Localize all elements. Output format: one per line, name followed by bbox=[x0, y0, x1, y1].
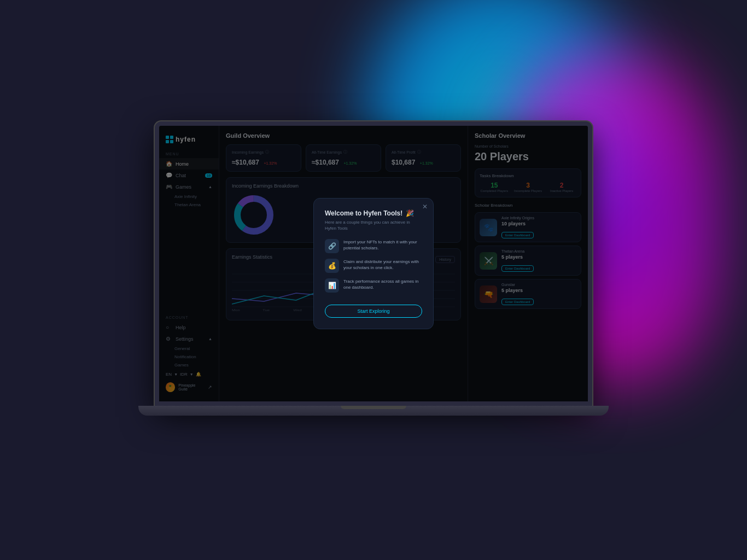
modal-overlay: ✕ Welcome to Hyfen Tools! 🎉 Here are a c… bbox=[159, 126, 588, 401]
laptop-wrapper: hyfen Menu 🏠 Home 💬 Chat 10 🎮 Games ▲ bbox=[127, 121, 620, 439]
tracking-icon-box: 📊 bbox=[325, 278, 339, 293]
start-exploring-button[interactable]: Start Exploring bbox=[325, 305, 422, 318]
modal-subtitle: Here are a couple things you can achieve… bbox=[325, 219, 422, 231]
modal-title-emoji: 🎉 bbox=[406, 209, 414, 217]
modal-feature-earnings: 💰 Claim and distribute your earnings wit… bbox=[325, 259, 422, 273]
earnings-feature-text: Claim and distribute your earnings with … bbox=[343, 259, 422, 271]
modal-feature-tracking: 📊 Track performance across all games in … bbox=[325, 278, 422, 293]
import-feature-text: Import your NFTs to match it with your p… bbox=[343, 239, 422, 251]
earnings-icon-box: 💰 bbox=[325, 259, 339, 273]
laptop-screen: hyfen Menu 🏠 Home 💬 Chat 10 🎮 Games ▲ bbox=[155, 121, 592, 406]
app-layout: hyfen Menu 🏠 Home 💬 Chat 10 🎮 Games ▲ bbox=[159, 126, 588, 401]
modal-title-text: Welcome to Hyfen Tools! bbox=[325, 209, 402, 217]
modal-title: Welcome to Hyfen Tools! 🎉 bbox=[325, 209, 422, 217]
modal-feature-import: 🔗 Import your NFTs to match it with your… bbox=[325, 239, 422, 253]
tracking-icon: 📊 bbox=[328, 282, 336, 289]
import-icon: 🔗 bbox=[328, 242, 336, 250]
modal-close-button[interactable]: ✕ bbox=[422, 203, 428, 211]
earnings-icon: 💰 bbox=[328, 262, 336, 270]
import-icon-box: 🔗 bbox=[325, 239, 339, 253]
laptop-base bbox=[138, 406, 609, 416]
tracking-feature-text: Track performance across all games in on… bbox=[343, 278, 422, 290]
welcome-modal: ✕ Welcome to Hyfen Tools! 🎉 Here are a c… bbox=[313, 198, 434, 329]
